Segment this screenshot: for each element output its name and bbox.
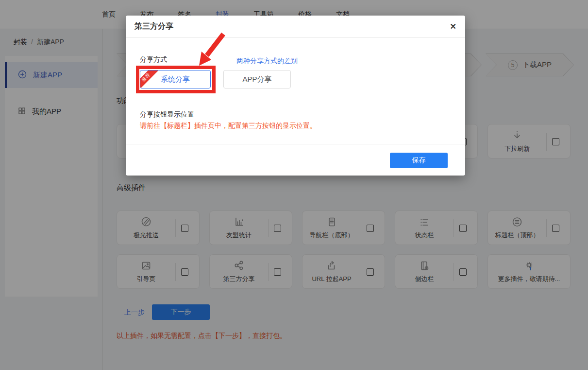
third-party-share-modal: 第三方分享 ✕ 分享方式 两种分享方式的差别 推荐系统分享APP分享 分享按钮显… [126,16,465,176]
share-option-label: APP分享 [242,75,271,84]
save-button[interactable]: 保存 [390,153,448,168]
modal-header: 第三方分享 ✕ [126,16,465,38]
share-position-note: 请前往【标题栏】插件页中，配置第三方按钮的显示位置。 [140,122,317,130]
share-position-label: 分享按钮显示位置 [140,110,194,119]
modal-title: 第三方分享 [134,21,173,32]
annotation-arrow-icon [193,30,232,74]
modal-footer-divider [126,144,465,144]
close-icon[interactable]: ✕ [450,23,456,31]
share-diff-link[interactable]: 两种分享方式的差别 [236,57,298,66]
share-option-APP分享[interactable]: APP分享 [223,70,291,88]
share-method-label: 分享方式 [140,55,167,64]
